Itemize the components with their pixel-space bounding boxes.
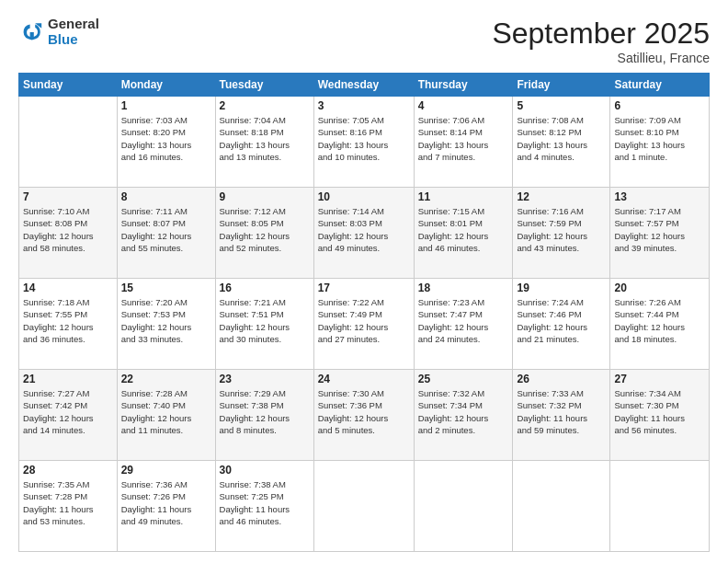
calendar-header-tuesday: Tuesday bbox=[215, 74, 313, 97]
day-number: 3 bbox=[318, 99, 410, 112]
day-number: 2 bbox=[220, 99, 310, 112]
calendar-cell bbox=[313, 461, 414, 552]
calendar-cell: 5Sunrise: 7:08 AM Sunset: 8:12 PM Daylig… bbox=[513, 97, 610, 188]
day-number: 23 bbox=[220, 373, 310, 385]
calendar-week-row: 14Sunrise: 7:18 AM Sunset: 7:55 PM Dayli… bbox=[19, 279, 710, 370]
day-info: Sunrise: 7:28 AM Sunset: 7:40 PM Dayligh… bbox=[121, 387, 211, 436]
calendar-cell: 16Sunrise: 7:21 AM Sunset: 7:51 PM Dayli… bbox=[215, 279, 313, 370]
calendar-header-friday: Friday bbox=[513, 74, 610, 97]
calendar-cell: 29Sunrise: 7:36 AM Sunset: 7:26 PM Dayli… bbox=[117, 461, 215, 552]
calendar-cell: 18Sunrise: 7:23 AM Sunset: 7:47 PM Dayli… bbox=[414, 279, 513, 370]
calendar-cell: 19Sunrise: 7:24 AM Sunset: 7:46 PM Dayli… bbox=[513, 279, 610, 370]
calendar-cell: 7Sunrise: 7:10 AM Sunset: 8:08 PM Daylig… bbox=[19, 188, 118, 279]
calendar-header-thursday: Thursday bbox=[414, 74, 513, 97]
day-number: 10 bbox=[318, 190, 410, 203]
day-info: Sunrise: 7:17 AM Sunset: 7:57 PM Dayligh… bbox=[614, 205, 705, 254]
calendar-header-monday: Monday bbox=[117, 74, 215, 97]
day-number: 7 bbox=[23, 190, 113, 203]
day-number: 25 bbox=[418, 373, 509, 385]
logo: General Blue bbox=[18, 17, 99, 47]
calendar-cell: 13Sunrise: 7:17 AM Sunset: 7:57 PM Dayli… bbox=[610, 188, 710, 279]
day-info: Sunrise: 7:18 AM Sunset: 7:55 PM Dayligh… bbox=[23, 296, 113, 345]
day-number: 21 bbox=[23, 373, 113, 385]
calendar-cell: 2Sunrise: 7:04 AM Sunset: 8:18 PM Daylig… bbox=[215, 97, 313, 188]
header: General Blue September 2025 Satillieu, F… bbox=[18, 17, 710, 65]
day-number: 19 bbox=[517, 282, 606, 294]
day-number: 29 bbox=[121, 464, 211, 477]
calendar-cell: 27Sunrise: 7:34 AM Sunset: 7:30 PM Dayli… bbox=[610, 370, 710, 461]
day-info: Sunrise: 7:23 AM Sunset: 7:47 PM Dayligh… bbox=[418, 296, 509, 345]
calendar-week-row: 1Sunrise: 7:03 AM Sunset: 8:20 PM Daylig… bbox=[19, 97, 710, 188]
day-info: Sunrise: 7:11 AM Sunset: 8:07 PM Dayligh… bbox=[121, 205, 211, 254]
day-number: 16 bbox=[220, 282, 310, 294]
calendar-header-sunday: Sunday bbox=[19, 74, 118, 97]
day-number: 22 bbox=[121, 373, 211, 385]
calendar-cell: 3Sunrise: 7:05 AM Sunset: 8:16 PM Daylig… bbox=[313, 97, 414, 188]
calendar-cell: 15Sunrise: 7:20 AM Sunset: 7:53 PM Dayli… bbox=[117, 279, 215, 370]
day-number: 20 bbox=[614, 282, 705, 294]
day-info: Sunrise: 7:33 AM Sunset: 7:32 PM Dayligh… bbox=[517, 387, 606, 436]
calendar-header-wednesday: Wednesday bbox=[313, 74, 414, 97]
day-number: 15 bbox=[121, 282, 211, 294]
location: Satillieu, France bbox=[492, 51, 710, 65]
day-info: Sunrise: 7:12 AM Sunset: 8:05 PM Dayligh… bbox=[220, 205, 310, 254]
calendar-cell: 17Sunrise: 7:22 AM Sunset: 7:49 PM Dayli… bbox=[313, 279, 414, 370]
day-number: 8 bbox=[121, 190, 211, 203]
day-info: Sunrise: 7:22 AM Sunset: 7:49 PM Dayligh… bbox=[318, 296, 410, 345]
month-title: September 2025 bbox=[492, 17, 710, 51]
day-info: Sunrise: 7:38 AM Sunset: 7:25 PM Dayligh… bbox=[220, 478, 310, 527]
calendar-cell: 9Sunrise: 7:12 AM Sunset: 8:05 PM Daylig… bbox=[215, 188, 313, 279]
calendar-cell bbox=[513, 461, 610, 552]
calendar-week-row: 7Sunrise: 7:10 AM Sunset: 8:08 PM Daylig… bbox=[19, 188, 710, 279]
calendar-week-row: 21Sunrise: 7:27 AM Sunset: 7:42 PM Dayli… bbox=[19, 370, 710, 461]
day-number: 12 bbox=[517, 190, 606, 203]
calendar-cell: 26Sunrise: 7:33 AM Sunset: 7:32 PM Dayli… bbox=[513, 370, 610, 461]
day-info: Sunrise: 7:29 AM Sunset: 7:38 PM Dayligh… bbox=[220, 387, 310, 436]
calendar-cell bbox=[19, 97, 118, 188]
logo-text: General Blue bbox=[48, 17, 99, 47]
calendar-table: SundayMondayTuesdayWednesdayThursdayFrid… bbox=[18, 73, 710, 552]
day-info: Sunrise: 7:30 AM Sunset: 7:36 PM Dayligh… bbox=[318, 387, 410, 436]
day-info: Sunrise: 7:08 AM Sunset: 8:12 PM Dayligh… bbox=[517, 114, 606, 163]
day-info: Sunrise: 7:16 AM Sunset: 7:59 PM Dayligh… bbox=[517, 205, 606, 254]
day-info: Sunrise: 7:05 AM Sunset: 8:16 PM Dayligh… bbox=[318, 114, 410, 163]
day-info: Sunrise: 7:34 AM Sunset: 7:30 PM Dayligh… bbox=[614, 387, 705, 436]
day-info: Sunrise: 7:10 AM Sunset: 8:08 PM Dayligh… bbox=[23, 205, 113, 254]
calendar-cell: 23Sunrise: 7:29 AM Sunset: 7:38 PM Dayli… bbox=[215, 370, 313, 461]
logo-blue-text: Blue bbox=[48, 32, 99, 48]
day-info: Sunrise: 7:04 AM Sunset: 8:18 PM Dayligh… bbox=[220, 114, 310, 163]
calendar-cell bbox=[610, 461, 710, 552]
day-info: Sunrise: 7:03 AM Sunset: 8:20 PM Dayligh… bbox=[121, 114, 211, 163]
day-info: Sunrise: 7:09 AM Sunset: 8:10 PM Dayligh… bbox=[614, 114, 705, 163]
calendar-cell: 20Sunrise: 7:26 AM Sunset: 7:44 PM Dayli… bbox=[610, 279, 710, 370]
day-number: 1 bbox=[121, 99, 211, 112]
logo-icon bbox=[18, 19, 44, 45]
day-number: 4 bbox=[418, 99, 509, 112]
day-info: Sunrise: 7:36 AM Sunset: 7:26 PM Dayligh… bbox=[121, 478, 211, 527]
calendar-cell: 6Sunrise: 7:09 AM Sunset: 8:10 PM Daylig… bbox=[610, 97, 710, 188]
logo-general-text: General bbox=[48, 17, 99, 32]
day-info: Sunrise: 7:14 AM Sunset: 8:03 PM Dayligh… bbox=[318, 205, 410, 254]
day-info: Sunrise: 7:35 AM Sunset: 7:28 PM Dayligh… bbox=[23, 478, 113, 527]
day-info: Sunrise: 7:26 AM Sunset: 7:44 PM Dayligh… bbox=[614, 296, 705, 345]
day-number: 5 bbox=[517, 99, 606, 112]
day-number: 18 bbox=[418, 282, 509, 294]
day-info: Sunrise: 7:20 AM Sunset: 7:53 PM Dayligh… bbox=[121, 296, 211, 345]
calendar-cell: 21Sunrise: 7:27 AM Sunset: 7:42 PM Dayli… bbox=[19, 370, 118, 461]
day-number: 11 bbox=[418, 190, 509, 203]
day-info: Sunrise: 7:32 AM Sunset: 7:34 PM Dayligh… bbox=[418, 387, 509, 436]
day-number: 24 bbox=[318, 373, 410, 385]
calendar-week-row: 28Sunrise: 7:35 AM Sunset: 7:28 PM Dayli… bbox=[19, 461, 710, 552]
day-number: 28 bbox=[23, 464, 113, 477]
calendar-cell: 24Sunrise: 7:30 AM Sunset: 7:36 PM Dayli… bbox=[313, 370, 414, 461]
day-info: Sunrise: 7:27 AM Sunset: 7:42 PM Dayligh… bbox=[23, 387, 113, 436]
day-number: 9 bbox=[220, 190, 310, 203]
day-info: Sunrise: 7:24 AM Sunset: 7:46 PM Dayligh… bbox=[517, 296, 606, 345]
day-info: Sunrise: 7:15 AM Sunset: 8:01 PM Dayligh… bbox=[418, 205, 509, 254]
day-number: 27 bbox=[614, 373, 705, 385]
calendar-cell: 1Sunrise: 7:03 AM Sunset: 8:20 PM Daylig… bbox=[117, 97, 215, 188]
day-number: 17 bbox=[318, 282, 410, 294]
day-number: 6 bbox=[614, 99, 705, 112]
calendar-cell bbox=[414, 461, 513, 552]
day-number: 26 bbox=[517, 373, 606, 385]
